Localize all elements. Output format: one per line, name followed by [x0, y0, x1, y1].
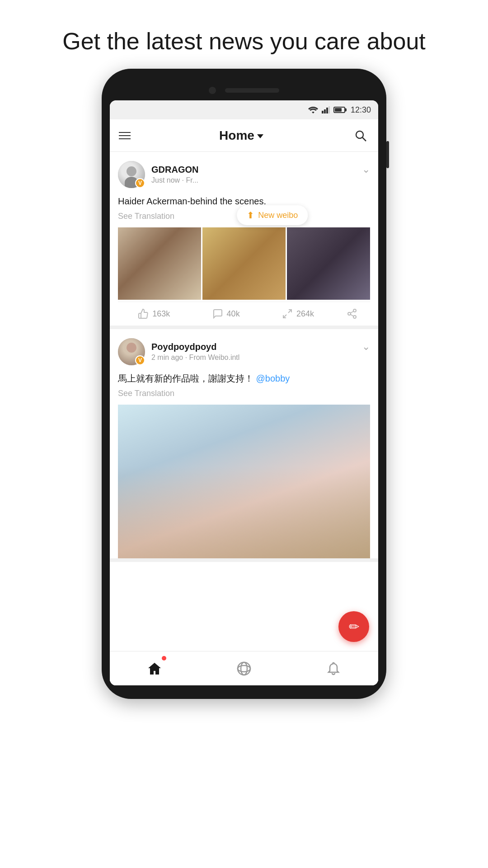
bottom-navigation: [110, 651, 378, 685]
post-1-user-meta: Just now · Fr...: [151, 176, 198, 184]
post-1-photo-2[interactable]: [202, 227, 286, 300]
post-1-comment-button[interactable]: 40k: [190, 308, 262, 319]
nav-home-button[interactable]: [136, 651, 173, 685]
post-2-username: Poydpoydpoyd: [151, 342, 239, 352]
post-2-user-info[interactable]: V Poydpoydpoyd 2 min ago · From Weibo.in…: [118, 338, 239, 365]
status-bar: 12:30: [110, 100, 378, 119]
search-icon: [354, 129, 367, 142]
post-1-photo-grid[interactable]: [118, 227, 370, 300]
post-2-header: V Poydpoydpoyd 2 min ago · From Weibo.in…: [118, 338, 370, 365]
post-1-more-button[interactable]: ⌄: [362, 164, 370, 175]
post-1-header: V GDRAGON Just now · Fr... ⌄: [118, 161, 370, 188]
status-icons: 12:30: [308, 105, 371, 115]
svg-point-11: [238, 665, 250, 672]
phone-volume-button: [386, 141, 389, 168]
svg-line-5: [362, 137, 366, 141]
new-weibo-toast[interactable]: ⬆ New weibo: [237, 205, 308, 225]
post-2-avatar-container: V: [118, 338, 145, 365]
signal-icon: [322, 106, 330, 113]
post-1-share-button[interactable]: [334, 308, 370, 319]
post-2-user-meta: 2 min ago · From Weibo.intl: [151, 354, 239, 362]
svg-point-12: [241, 662, 247, 675]
post-1-username: GDRAGON: [151, 165, 198, 175]
wifi-icon: [308, 106, 318, 113]
post-card: V Poydpoydpoyd 2 min ago · From Weibo.in…: [110, 329, 378, 562]
svg-point-6: [353, 309, 356, 312]
svg-rect-1: [324, 109, 326, 113]
svg-point-8: [353, 316, 356, 318]
post-2-text: 馬上就有新的作品啦，謝謝支持！ @bobby: [118, 372, 370, 385]
post-2-user-details: Poydpoydpoyd 2 min ago · From Weibo.intl: [151, 342, 239, 362]
header-title-container[interactable]: Home: [219, 128, 263, 143]
compose-fab-button[interactable]: ✏: [338, 611, 369, 642]
app-header: Home: [110, 119, 378, 152]
svg-rect-3: [328, 106, 330, 113]
nav-notifications-button[interactable]: [315, 651, 352, 685]
repost-icon: [282, 308, 293, 319]
page-headline: Get the latest news you care about: [0, 0, 488, 69]
post-1-photo-3[interactable]: [287, 227, 370, 300]
phone-notch: [110, 82, 378, 100]
battery-icon: [333, 107, 345, 113]
explore-icon: [237, 661, 251, 676]
post-2-text-content: 馬上就有新的作品啦，謝謝支持！: [118, 373, 253, 383]
like-icon: [138, 308, 149, 319]
pencil-icon: ✏: [349, 619, 359, 634]
verified-v-icon: V: [138, 180, 142, 186]
svg-rect-0: [322, 111, 324, 113]
search-button[interactable]: [352, 127, 369, 144]
share-icon: [347, 308, 357, 319]
post-1-photo-1[interactable]: [118, 227, 201, 300]
post-1-repost-count: 264k: [296, 309, 314, 319]
post-2-mention[interactable]: @bobby: [256, 373, 290, 383]
post-2-see-translation[interactable]: See Translation: [118, 389, 370, 398]
new-weibo-label: New weibo: [258, 211, 298, 220]
phone-camera: [209, 87, 216, 94]
hamburger-menu-button[interactable]: [119, 132, 131, 139]
post-2-more-button[interactable]: ⌄: [362, 341, 370, 353]
svg-point-7: [348, 312, 351, 315]
post-1-user-details: GDRAGON Just now · Fr...: [151, 165, 198, 184]
dropdown-arrow-icon: [257, 134, 263, 138]
post-1-action-bar: 163k 40k: [118, 302, 370, 326]
post-1-like-button[interactable]: 163k: [118, 308, 190, 319]
post-1-user-info[interactable]: V GDRAGON Just now · Fr...: [118, 161, 198, 188]
post-1-like-count: 163k: [152, 309, 170, 319]
home-notification-dot: [162, 656, 166, 660]
verified-v-icon: V: [138, 357, 142, 363]
svg-line-9: [351, 315, 354, 316]
toast-arrow-icon: ⬆: [247, 210, 254, 221]
feed-content: ⬆ New weibo V: [110, 152, 378, 685]
phone-speaker: [225, 88, 279, 93]
bell-icon: [327, 661, 340, 676]
home-icon: [147, 662, 162, 675]
svg-line-10: [351, 311, 354, 313]
svg-point-4: [356, 131, 363, 138]
svg-point-13: [238, 662, 250, 675]
post-1-repost-button[interactable]: 264k: [262, 308, 334, 319]
phone-screen: 12:30 Home: [110, 100, 378, 685]
post-2-photo[interactable]: [118, 405, 370, 558]
post-1-avatar-container: V: [118, 161, 145, 188]
post-card: V GDRAGON Just now · Fr... ⌄ Haider Acke…: [110, 152, 378, 329]
nav-explore-button[interactable]: [226, 651, 262, 685]
post-1-comment-count: 40k: [227, 309, 240, 319]
svg-rect-2: [326, 108, 328, 113]
header-title-text: Home: [219, 128, 254, 143]
status-time: 12:30: [351, 105, 371, 115]
phone-frame: 12:30 Home: [102, 69, 386, 699]
comment-icon: [212, 308, 223, 319]
